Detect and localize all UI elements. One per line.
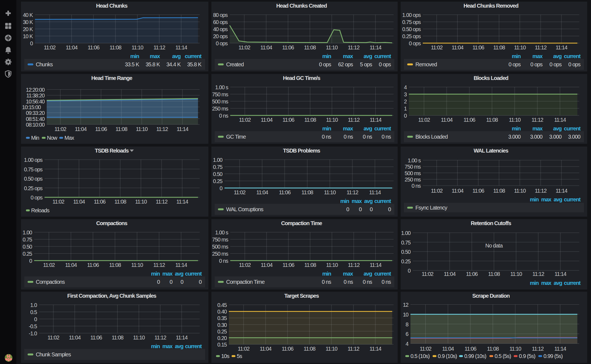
svg-text:11:06: 11:06 (465, 346, 477, 352)
svg-text:0 ns: 0 ns (219, 258, 228, 264)
svg-text:11:10: 11:10 (509, 117, 521, 123)
svg-text:11:08: 11:08 (487, 346, 499, 352)
svg-text:0 ns: 0 ns (382, 279, 391, 285)
svg-text:11:02: 11:02 (238, 346, 250, 352)
svg-text:11:04: 11:04 (73, 199, 85, 205)
svg-text:10 K: 10 K (23, 33, 33, 39)
svg-text:avg: avg (175, 343, 183, 349)
svg-text:min: min (130, 53, 139, 59)
svg-text:11:12: 11:12 (348, 117, 360, 123)
svg-text:0.15: 0.15 (217, 342, 227, 348)
svg-text:40 ops: 40 ops (213, 26, 228, 32)
svg-text:11:12: 11:12 (532, 271, 544, 277)
svg-text:0 ops: 0 ops (549, 61, 562, 67)
svg-text:11:10: 11:10 (514, 44, 526, 50)
svg-text:0.50: 0.50 (213, 171, 223, 177)
svg-text:0 ns: 0 ns (363, 279, 372, 285)
svg-text:11:06: 11:06 (279, 189, 291, 195)
svg-text:11:08: 11:08 (114, 199, 126, 205)
svg-text:0: 0 (34, 316, 37, 322)
svg-text:500 ms: 500 ms (212, 99, 229, 105)
svg-text:avg: avg (364, 53, 372, 59)
svg-text:current: current (185, 53, 202, 59)
svg-text:35.8 K: 35.8 K (146, 61, 160, 67)
svg-text:3.000: 3.000 (530, 134, 543, 140)
svg-text:0 ops: 0 ops (379, 61, 391, 67)
svg-text:11:08: 11:08 (116, 126, 128, 132)
svg-text:11:10: 11:10 (132, 44, 144, 50)
svg-text:0.5: 0.5 (30, 309, 37, 315)
svg-text:11:02: 11:02 (420, 346, 432, 352)
svg-text:11:12: 11:12 (348, 346, 360, 352)
svg-text:Compactions: Compactions (96, 220, 128, 226)
svg-text:max: max (343, 126, 353, 132)
svg-text:11:02: 11:02 (52, 199, 64, 205)
svg-text:11:04: 11:04 (261, 262, 273, 268)
svg-text:1.00 s: 1.00 s (408, 157, 421, 163)
svg-text:Blocks Loaded: Blocks Loaded (415, 134, 448, 140)
svg-text:11:08: 11:08 (304, 44, 316, 50)
svg-text:avg: avg (553, 53, 562, 59)
svg-text:min: min (530, 196, 539, 202)
svg-text:Now: Now (47, 135, 58, 141)
svg-text:0 ns: 0 ns (219, 113, 228, 119)
svg-text:min: min (512, 53, 521, 59)
svg-text:11:38:20: 11:38:20 (26, 93, 45, 99)
svg-text:10s: 10s (221, 353, 229, 359)
svg-text:750 ms: 750 ms (212, 91, 229, 97)
svg-text:0 ns: 0 ns (344, 134, 353, 140)
svg-text:11:06: 11:06 (472, 44, 484, 50)
svg-text:11:14: 11:14 (175, 262, 187, 268)
svg-text:0: 0 (170, 279, 173, 285)
svg-text:11:10: 11:10 (326, 44, 338, 50)
svg-text:0.30: 0.30 (217, 322, 227, 328)
svg-text:1.00: 1.00 (23, 229, 32, 235)
svg-text:Head GC Time/s: Head GC Time/s (283, 75, 320, 81)
svg-text:0 ops: 0 ops (409, 40, 421, 46)
svg-text:11:12: 11:12 (154, 335, 166, 341)
svg-text:1.00 s: 1.00 s (215, 229, 228, 235)
svg-text:11:14: 11:14 (176, 199, 188, 205)
svg-text:10: 10 (403, 312, 409, 318)
svg-text:0.25: 0.25 (213, 178, 223, 184)
svg-text:Reloads: Reloads (31, 207, 49, 213)
svg-text:0: 0 (388, 206, 391, 212)
svg-text:11:12: 11:12 (156, 199, 168, 205)
svg-text:current: current (374, 271, 391, 277)
svg-text:min: min (322, 53, 331, 59)
svg-text:TSDB Reloads: TSDB Reloads (95, 148, 129, 154)
svg-text:11:02: 11:02 (55, 126, 67, 132)
svg-text:0: 0 (199, 279, 202, 285)
svg-text:11:02: 11:02 (431, 188, 443, 194)
svg-text:11:10: 11:10 (510, 271, 522, 277)
svg-text:11:08: 11:08 (112, 335, 124, 341)
svg-text:avg: avg (175, 271, 183, 277)
svg-text:max: max (343, 53, 353, 59)
svg-text:11:12: 11:12 (348, 262, 360, 268)
svg-text:11:10: 11:10 (133, 335, 145, 341)
svg-text:0.25 ops: 0.25 ops (24, 185, 43, 191)
svg-text:0.45: 0.45 (217, 302, 227, 308)
svg-text:11:08: 11:08 (109, 262, 121, 268)
svg-text:avg: avg (364, 198, 373, 204)
svg-text:10:56:40: 10:56:40 (26, 99, 45, 105)
svg-text:Min: Min (31, 135, 39, 141)
svg-text:0.25 ops: 0.25 ops (402, 33, 421, 39)
svg-text:3: 3 (404, 91, 407, 97)
svg-text:max: max (150, 53, 160, 59)
svg-text:0: 0 (408, 268, 411, 274)
svg-text:11:08: 11:08 (304, 117, 316, 123)
svg-text:11:10: 11:10 (136, 126, 148, 132)
svg-text:Retention Cutoffs: Retention Cutoffs (471, 220, 511, 226)
svg-text:11:02: 11:02 (418, 117, 430, 123)
svg-text:11:02: 11:02 (234, 189, 246, 195)
svg-text:0 ns: 0 ns (412, 183, 421, 189)
svg-text:11:08: 11:08 (304, 262, 316, 268)
svg-text:11:10: 11:10 (324, 189, 336, 195)
svg-text:11:04: 11:04 (442, 346, 454, 352)
svg-text:11:02: 11:02 (422, 271, 434, 277)
svg-text:current: current (374, 53, 391, 59)
svg-text:1.00 ops: 1.00 ops (24, 157, 43, 163)
svg-text:Compactions: Compactions (36, 279, 65, 285)
svg-text:0.75: 0.75 (401, 240, 411, 246)
